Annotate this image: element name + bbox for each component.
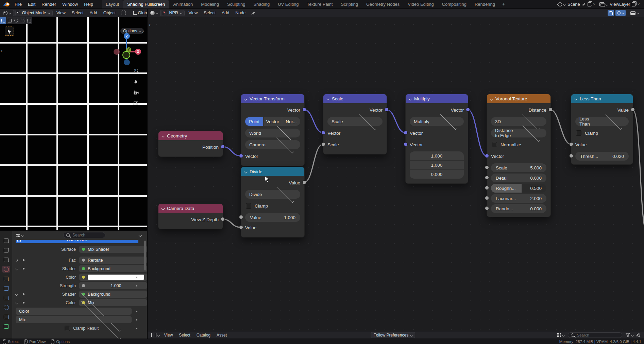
node-dropdown-camera[interactable]: Camera	[245, 140, 300, 149]
properties-options-chevron[interactable]	[139, 234, 142, 237]
transform-orientation-dropdown[interactable]: Glob	[132, 11, 147, 15]
node-divide[interactable]: DivideValueDivideClampValue1.000Value	[241, 167, 305, 237]
node-geometry[interactable]: GeometryPosition	[158, 131, 223, 157]
properties-scrollbar[interactable]	[144, 241, 146, 271]
output-socket-vector[interactable]	[466, 108, 470, 112]
vector-component-value[interactable]: 1.000	[410, 161, 464, 170]
output-socket-value[interactable]	[302, 180, 306, 184]
input-socket-vector[interactable]	[404, 131, 408, 135]
select-circle-tool-button[interactable]	[13, 17, 19, 24]
node-field-detail[interactable]: Detail0.000	[491, 174, 546, 182]
overlay-dropdown[interactable]	[629, 11, 640, 15]
input-socket-value[interactable]	[239, 215, 243, 219]
property-field-surface[interactable]: Mix Shader	[79, 246, 147, 253]
display-mode-dropdown[interactable]	[556, 333, 566, 337]
animate-decorator[interactable]	[136, 285, 137, 286]
blender-logo-icon[interactable]	[3, 2, 10, 7]
checkbox-clamp-result[interactable]	[65, 326, 70, 331]
viewport-menu-view[interactable]: View	[53, 9, 69, 17]
asset-menu-catalog[interactable]: Catalog	[193, 331, 214, 339]
workspace-tab-sculpting[interactable]: Sculpting	[223, 0, 249, 9]
gizmo-y-negative[interactable]	[122, 51, 130, 59]
output-socket-vector[interactable]	[302, 108, 306, 112]
mode-dropdown[interactable]: Object Mode	[13, 10, 53, 16]
node-dropdown-multiply[interactable]: Multiply	[410, 117, 464, 126]
node-field-lacunar[interactable]: Lacunar...2.000	[491, 194, 546, 203]
use-nodes-button[interactable]: Use Nodes	[16, 240, 138, 243]
new-scene-icon[interactable]	[588, 2, 591, 6]
editor-type-properties-button[interactable]	[14, 233, 25, 237]
toolbar-expand-arrow[interactable]: ›	[1, 48, 2, 53]
expander-expanded-icon[interactable]	[15, 293, 18, 296]
property-dropdown-color[interactable]: Color	[16, 308, 132, 315]
viewport-menu-object[interactable]: Object	[100, 9, 119, 17]
node-dropdown-scale[interactable]: Scale	[327, 117, 383, 126]
animate-dot[interactable]	[23, 302, 24, 304]
toggle-orthographic-button[interactable]	[132, 99, 140, 107]
node-dropdown-world[interactable]: World	[245, 129, 300, 137]
shader-editor-menu-add[interactable]: Add	[219, 9, 232, 17]
gizmo-x-negative[interactable]	[114, 49, 120, 55]
workspace-tab-layout[interactable]: Layout	[102, 0, 123, 9]
segment-button-point[interactable]: Point	[245, 117, 264, 126]
collapse-icon[interactable]	[244, 97, 248, 100]
select-tweak-tool-button[interactable]	[6, 17, 13, 24]
topbar-menu-file[interactable]: File	[12, 0, 25, 9]
select-box-tool-button[interactable]	[0, 17, 6, 24]
node-camera-data[interactable]: Camera DataView Z Depth	[158, 203, 223, 229]
segment-button-nor[interactable]: Nor...	[282, 117, 300, 126]
node-voronoi-texture[interactable]: Voronoi TextureDistance3DDistance to Edg…	[487, 94, 551, 217]
properties-search-input[interactable]	[72, 232, 100, 238]
topbar-menu-edit[interactable]: Edit	[25, 0, 38, 9]
snap-mode-button[interactable]	[615, 10, 626, 16]
workspace-tab-modeling[interactable]: Modeling	[197, 0, 223, 9]
node-header-multiply[interactable]: Multiply	[406, 94, 468, 103]
animate-decorator[interactable]	[136, 277, 137, 278]
input-socket-scale[interactable]	[485, 165, 489, 169]
gizmo-z-negative[interactable]	[124, 59, 130, 65]
asset-search[interactable]	[568, 332, 622, 338]
node-dropdown-3d[interactable]: 3D	[491, 117, 546, 126]
node-field-scale[interactable]: Scale5.000	[491, 163, 546, 172]
pin-icon[interactable]	[251, 11, 256, 15]
filter-dropdown[interactable]	[624, 333, 635, 337]
animate-decorator[interactable]	[136, 319, 137, 321]
workspace-tab-shading-fullscreen[interactable]: Shading Fullscreen	[123, 0, 169, 9]
tree-type-dropdown[interactable]: NPR	[160, 10, 185, 16]
animate-dot[interactable]	[23, 268, 24, 269]
editor-type-shader-button[interactable]	[149, 11, 159, 15]
collapse-icon[interactable]	[162, 134, 165, 137]
import-method-dropdown[interactable]: Follow Preferences	[371, 332, 415, 338]
pan-button[interactable]	[132, 78, 140, 86]
animate-dot[interactable]	[23, 293, 24, 295]
property-dropdown-mix[interactable]: Mix	[16, 316, 132, 323]
cursor-tool-button[interactable]	[5, 27, 14, 36]
output-socket-vector[interactable]	[385, 108, 389, 112]
node-header-camera-data[interactable]: Camera Data	[158, 204, 223, 213]
property-field-shader[interactable]: Background	[79, 265, 147, 272]
editor-type-asset-browser-button[interactable]	[150, 333, 161, 337]
expander-expanded-icon[interactable]	[15, 267, 18, 270]
node-field-thresh[interactable]: Thresh...0.020	[575, 152, 629, 161]
input-socket-rando[interactable]	[485, 206, 489, 210]
properties-search[interactable]	[63, 232, 105, 238]
checkbox-normalize[interactable]	[492, 142, 497, 147]
input-socket-lacunar[interactable]	[485, 196, 489, 200]
animate-dot[interactable]	[23, 259, 24, 261]
filter-settings-button[interactable]	[634, 333, 642, 338]
workspace-tab-animation[interactable]: Animation	[169, 0, 197, 9]
snap-toggle-button[interactable]	[608, 10, 614, 16]
output-socket-value[interactable]	[631, 108, 635, 112]
checkbox-clamp[interactable]	[576, 130, 581, 136]
node-header-geometry[interactable]: Geometry	[158, 131, 223, 140]
proportional-editing-icon[interactable]	[121, 11, 126, 15]
node-header-vector-transform[interactable]: Vector Transform	[241, 94, 304, 103]
input-socket-vector[interactable]	[485, 154, 489, 158]
animate-decorator[interactable]	[136, 328, 137, 329]
zoom-button[interactable]	[132, 67, 140, 75]
input-socket-scale[interactable]	[321, 142, 325, 146]
select-lasso-tool-button[interactable]	[19, 17, 26, 24]
asset-search-input[interactable]	[576, 333, 615, 338]
workspace-tab-texture-paint[interactable]: Texture Paint	[303, 0, 337, 9]
camera-view-button[interactable]	[132, 88, 140, 97]
